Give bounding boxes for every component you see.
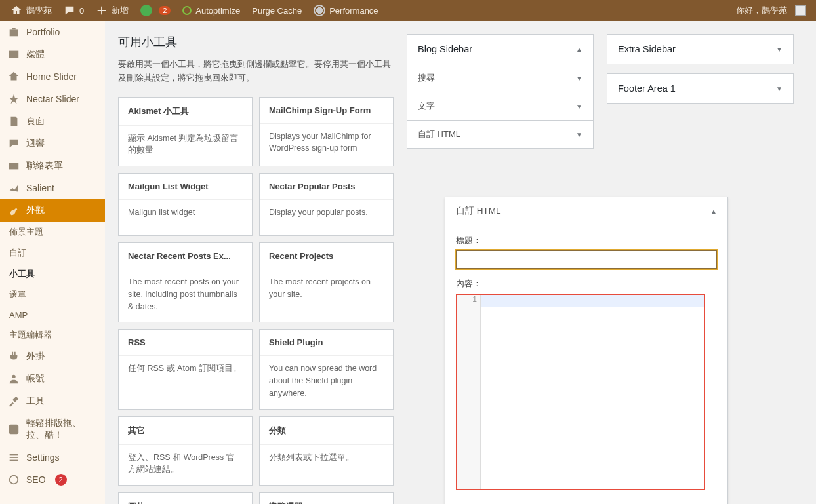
widget-slot[interactable]: 搜尋▼ [407,64,593,92]
blog-sidebar-head[interactable]: Blog Sidebar ▲ [407,35,593,64]
available-widget[interactable]: Recent ProjectsThe most recent projects … [259,242,394,322]
chevron-up-icon: ▲ [576,46,582,53]
seo-icon [8,474,20,486]
footer1-head[interactable]: Footer Area 1 ▼ [607,74,793,103]
sidebar-item-settings[interactable]: Settings [0,446,105,469]
submenu-item[interactable]: 選單 [0,284,105,305]
extra-sidebar-area: Extra Sidebar ▼ [607,34,794,64]
home-icon [8,71,20,83]
widget-slot-label: 文字 [418,100,435,112]
svg-rect-1 [12,28,15,30]
page-icon [8,115,20,127]
chevron-down-icon: ▼ [776,85,783,92]
chevron-up-icon: ▲ [710,208,717,215]
available-widget[interactable]: 其它登入、RSS 和 WordPress 官方網站連結。 [118,416,253,486]
submenu-item[interactable]: 自訂 [0,242,105,263]
greeting: 你好，鵲學苑 [736,5,787,16]
adminbar-right: 你好，鵲學苑 [731,0,811,21]
blog-sidebar-area: Blog Sidebar ▲ 搜尋▼文字▼自訂 HTML▼ [407,34,594,149]
svg-rect-6 [9,425,18,434]
line-number: 1 [457,295,481,304]
available-widget[interactable]: 導覽選單在側邊欄新增導覽選單。 [259,492,394,504]
purge-cache-link[interactable]: Purge Cache [247,0,307,21]
sidebar-item-portfolio[interactable]: Portfolio [0,21,105,43]
user-icon [8,373,20,385]
title-label: 標題： [456,235,717,246]
sidebar-item-media[interactable]: 媒體 [0,43,105,66]
purge-cache-label: Purge Cache [252,6,302,16]
available-widget[interactable]: Nectar Popular PostsDisplay your popular… [259,173,394,236]
sidebar-item-star[interactable]: Nectar Slider [0,88,105,110]
content-editor[interactable]: 1 [456,294,705,490]
autoptimize-link[interactable]: Autoptimize [177,0,245,21]
sidebar-item-seo[interactable]: SEO2 [0,469,105,491]
comments-link[interactable]: 0 [58,0,89,21]
sidebar-item-salient[interactable]: Salient [0,177,105,199]
performance-link[interactable]: Performance [308,0,383,21]
active-line [481,295,704,307]
available-widget[interactable]: Shield PluginYou can now spread the word… [259,329,394,409]
available-widget[interactable]: Akismet 小工具顯示 Akismet 判定為垃圾留言的數量 [118,97,253,167]
plugin-icon [8,351,20,362]
available-widget[interactable]: Mailgun List WidgetMailgun list widget [118,173,253,236]
sidebar-item-mail[interactable]: 聯絡表單 [0,155,105,177]
site-link[interactable]: 鵲學苑 [5,0,57,21]
content-label: 內容： [456,278,717,290]
available-widget[interactable]: Nectar Recent Posts Ex...The most recent… [118,242,253,322]
widget-slot[interactable]: 自訂 HTML▼ [407,120,593,148]
widget-editor-head[interactable]: 自訂 HTML ▲ [445,197,727,225]
sidebar-item-appearance[interactable]: 外觀 [0,199,105,222]
autoptimize-icon [182,6,192,15]
sidebar-item-label: Portfolio [26,27,60,37]
sidebar-item-label: 迴響 [26,138,45,149]
svg-rect-9 [10,460,18,461]
gutter [457,295,481,489]
autoptimize-label: Autoptimize [195,6,240,16]
sidebar-item-tools[interactable]: 工具 [0,390,105,412]
footer1-title: Footer Area 1 [618,83,676,94]
available-widget[interactable]: RSS任何 RSS 或 Atom 訂閱項目。 [118,329,253,409]
new-label: 新增 [112,5,129,16]
account-link[interactable]: 你好，鵲學苑 [731,0,811,21]
svg-rect-2 [9,51,18,58]
widget-title: Nectar Recent Posts Ex... [119,243,252,269]
svg-point-5 [12,375,15,378]
available-widgets-col: 可用小工具 要啟用某一個小工具，將它拖曳到側邊欄或點擊它。要停用某一個小工具及刪… [118,34,394,504]
chevron-down-icon: ▼ [576,103,582,110]
mail-icon [8,160,20,172]
performance-label: Performance [329,6,378,16]
sidebar-item-user[interactable]: 帳號 [0,368,105,390]
star-icon [8,93,20,105]
sidebar-item-comment[interactable]: 迴響 [0,132,105,155]
sidebar-item-plugin[interactable]: 外掛 [0,345,105,368]
adminbar-left: 鵲學苑 0 新增 2 Autoptimize Purge Cache Perfo… [5,0,384,21]
submenu-item[interactable]: 小工具 [0,263,105,284]
submenu-item[interactable]: 主題編輯器 [0,324,105,345]
available-widget[interactable]: 分類分類列表或下拉選單。 [259,416,394,486]
sidebar-item-drag[interactable]: 輕鬆排版拖、拉、酷！ [0,412,105,446]
widget-title: 其它 [119,417,252,445]
submenu-item[interactable]: 佈景主題 [0,222,105,242]
sidebar-item-page[interactable]: 頁面 [0,110,105,132]
home-icon [10,5,22,16]
widget-editor-panel: 自訂 HTML ▲ 標題： 內容： 1 刪除 | 搞定 已儲存 [445,197,728,504]
salient-icon [8,182,20,194]
media-icon [8,48,20,60]
widget-slot[interactable]: 文字▼ [407,92,593,120]
sidebar-item-label: Settings [26,452,60,463]
sidebar-item-home[interactable]: Home Slider [0,66,105,88]
widget-desc: Display your popular posts. [260,200,393,235]
title-input[interactable] [456,250,717,269]
sidebar-item-label: 外掛 [26,351,45,362]
widget-slot-label: 搜尋 [418,72,435,84]
new-content-link[interactable]: 新增 [91,0,134,21]
svg-point-10 [10,476,18,484]
admin-bar: 鵲學苑 0 新增 2 Autoptimize Purge Cache Perfo… [0,0,816,21]
available-widget[interactable]: 圖片顯示一張圖片。 [118,492,253,504]
blog-sidebar-title: Blog Sidebar [418,44,472,54]
extra-sidebar-head[interactable]: Extra Sidebar ▼ [607,35,793,64]
yoast-link[interactable]: 2 [135,0,176,21]
submenu-item[interactable]: AMP [0,305,105,324]
available-widget[interactable]: MailChimp Sign-Up FormDisplays your Mail… [259,97,394,167]
admin-sidebar: Portfolio媒體Home SliderNectar Slider頁面迴響聯… [0,21,105,504]
